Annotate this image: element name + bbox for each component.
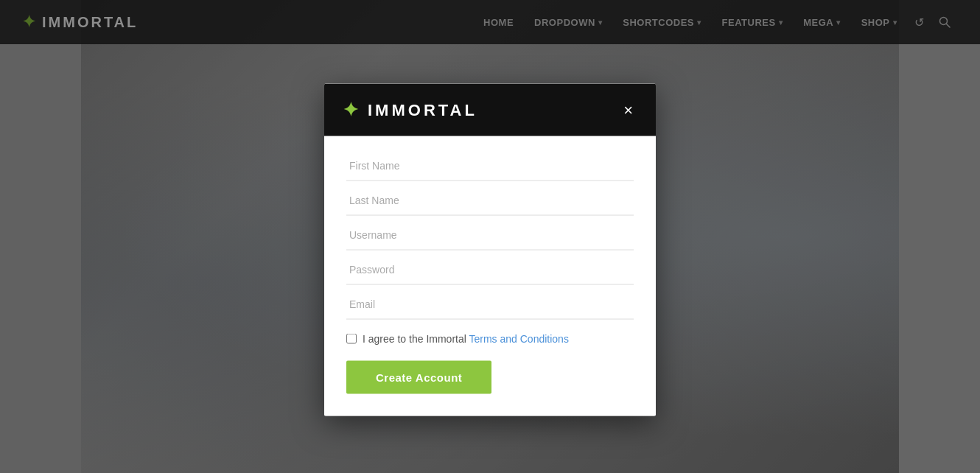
terms-link[interactable]: Terms and Conditions [469,333,568,345]
modal-logo-leaf-icon: ✦ [343,99,362,122]
modal-header: ✦ IMMORTAL × [324,84,656,136]
first-name-input[interactable] [346,151,634,181]
modal-close-button[interactable]: × [619,100,637,119]
username-group [346,220,634,250]
password-group [346,255,634,285]
password-input[interactable] [346,255,634,285]
modal-logo-text: IMMORTAL [368,100,477,119]
email-group [346,290,634,320]
modal-create-account: ✦ IMMORTAL × I agree to the Immortal Ter… [324,84,656,416]
terms-label: I agree to the Immortal Terms and Condit… [363,333,569,345]
last-name-group [346,186,634,216]
first-name-group [346,151,634,181]
create-account-button[interactable]: Create Account [346,361,491,394]
terms-row: I agree to the Immortal Terms and Condit… [346,333,634,345]
username-input[interactable] [346,220,634,250]
modal-body: I agree to the Immortal Terms and Condit… [324,136,656,416]
last-name-input[interactable] [346,186,634,216]
modal-logo: ✦ IMMORTAL [343,99,477,122]
email-input[interactable] [346,290,634,320]
terms-checkbox[interactable] [346,334,357,344]
